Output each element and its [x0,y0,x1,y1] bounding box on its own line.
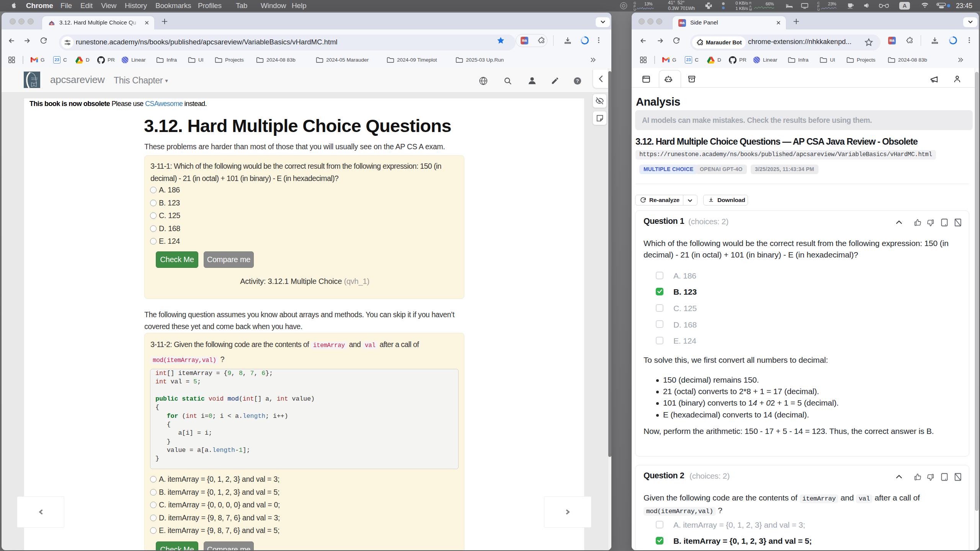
svg-text:?: ? [576,78,579,84]
svg-text:A: A [50,20,53,26]
svg-text:Interactive: Interactive [31,79,38,80]
